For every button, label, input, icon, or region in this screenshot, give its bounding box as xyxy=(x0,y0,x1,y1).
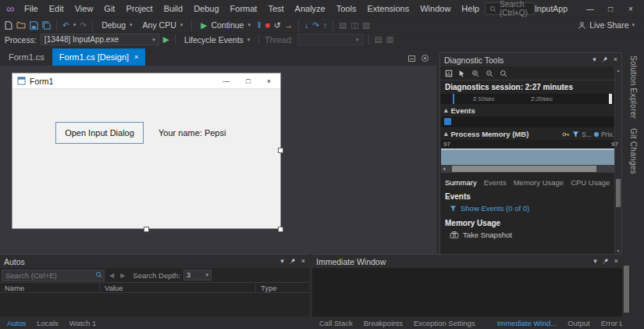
menu-build[interactable]: Build xyxy=(158,2,188,16)
toolbar-extra-icon[interactable]: ◫ xyxy=(350,21,358,30)
search-icon[interactable] xyxy=(95,271,102,280)
undo-caret-icon[interactable]: ▾ xyxy=(73,22,76,28)
close-icon[interactable]: × xyxy=(614,258,618,265)
solution-explorer-vertical-tab[interactable]: Solution Explorer xyxy=(629,55,638,119)
show-events-link[interactable]: Show Events (0 of 0) xyxy=(461,204,529,213)
git-changes-vertical-tab[interactable]: Git Changes xyxy=(629,128,638,174)
autos-header[interactable]: Autos ▾ × xyxy=(0,255,309,268)
attach-process-icon[interactable]: ▶ xyxy=(163,35,169,44)
zoom-out-icon[interactable] xyxy=(486,70,493,77)
take-snapshot-link[interactable]: Take Snapshot xyxy=(463,231,512,239)
scrollbar-track[interactable] xyxy=(447,166,615,172)
menu-debug[interactable]: Debug xyxy=(188,2,224,16)
step-into-icon[interactable]: ↓ xyxy=(304,21,308,30)
search-input[interactable] xyxy=(2,270,105,281)
tab-form1-cs-design[interactable]: Form1.cs [Design] × xyxy=(52,48,146,66)
step-out-icon[interactable]: ↑ xyxy=(323,21,327,30)
diagnostics-vertical-scrollbar[interactable]: ▴ ▾ xyxy=(614,66,621,254)
window-menu-icon[interactable]: ▾ xyxy=(592,56,596,63)
forms-designer-surface[interactable]: Form1 — □ × Open Input Dialog Your name:… xyxy=(0,66,436,254)
reset-view-icon[interactable] xyxy=(500,70,507,77)
open-folder-icon[interactable] xyxy=(16,21,26,29)
immediate-window-body[interactable] xyxy=(312,268,622,316)
menu-edit[interactable]: Edit xyxy=(44,2,69,16)
tab-exception-settings[interactable]: Exception Settings xyxy=(408,318,481,328)
search-prev-icon[interactable]: ◀ xyxy=(108,272,116,279)
scrollbar-thumb[interactable] xyxy=(452,166,596,172)
thread-dropdown[interactable]: ▾ xyxy=(297,34,363,45)
designed-form-window[interactable]: Form1 — □ × Open Input Dialog Your name:… xyxy=(12,73,281,229)
pin-icon[interactable] xyxy=(603,258,609,266)
window-maximize-button[interactable]: □ xyxy=(600,5,621,13)
live-share-button[interactable]: Live Share ▾ xyxy=(578,20,639,30)
tab-cpu-usage[interactable]: CPU Usage xyxy=(571,178,610,187)
column-name[interactable]: Name xyxy=(0,283,100,292)
event-marker[interactable] xyxy=(444,118,451,125)
resize-handle-bottom[interactable] xyxy=(144,227,149,232)
menu-view[interactable]: View xyxy=(69,2,99,16)
menu-test[interactable]: Test xyxy=(262,2,289,16)
window-menu-icon[interactable]: ▾ xyxy=(280,258,284,265)
solution-configuration-dropdown[interactable]: Debug ▾ xyxy=(98,20,135,30)
close-icon[interactable]: × xyxy=(301,258,305,265)
window-minimize-button[interactable]: — xyxy=(580,5,600,13)
autos-grid-body[interactable] xyxy=(0,293,309,316)
tab-close-icon[interactable]: × xyxy=(134,53,138,61)
open-input-dialog-button[interactable]: Open Input Dialog xyxy=(55,122,144,144)
menu-tools[interactable]: Tools xyxy=(331,2,362,16)
menu-git[interactable]: Git xyxy=(98,2,120,16)
tab-output[interactable]: Output xyxy=(562,318,596,328)
pin-icon[interactable] xyxy=(602,56,608,64)
form-client-area[interactable]: Open Input Dialog Your name: Pepsi xyxy=(12,89,280,227)
scroll-left-icon[interactable]: ◂ xyxy=(443,166,446,172)
chart-horizontal-scrollbar[interactable]: ◂ ▸ xyxy=(441,165,621,173)
tab-call-stack[interactable]: Call Stack xyxy=(314,318,358,328)
immediate-window-header[interactable]: Immediate Window ▾ × xyxy=(312,255,622,268)
process-memory-chart[interactable]: 97 97 xyxy=(441,140,621,165)
menu-analyze[interactable]: Analyze xyxy=(290,2,331,16)
tab-command-window[interactable] xyxy=(481,322,492,324)
save-icon[interactable] xyxy=(30,21,38,30)
events-track[interactable] xyxy=(441,116,621,127)
window-list-icon[interactable] xyxy=(408,55,415,62)
menu-help[interactable]: Help xyxy=(456,2,485,16)
scroll-up-icon[interactable]: ▴ xyxy=(617,67,619,73)
process-dropdown[interactable]: [13448] InputApp.exe ▾ xyxy=(41,34,159,45)
tab-events[interactable]: Events xyxy=(484,178,507,187)
menu-extensions[interactable]: Extensions xyxy=(361,2,415,16)
stop-debugging-icon[interactable]: ■ xyxy=(265,21,269,30)
menu-window[interactable]: Window xyxy=(415,2,456,16)
tab-autos[interactable]: Autos xyxy=(2,318,31,328)
menu-format[interactable]: Format xyxy=(225,2,263,16)
save-all-icon[interactable] xyxy=(42,21,51,30)
scroll-down-icon[interactable]: ▾ xyxy=(617,248,619,253)
memory-section-header[interactable]: ▴ Process Memory (MB) S... Priv... xyxy=(440,127,621,139)
events-section-header[interactable]: ▴ Events xyxy=(440,104,621,116)
tab-breakpoints[interactable]: Breakpoints xyxy=(358,318,408,328)
undo-icon[interactable]: ↶ xyxy=(62,21,69,30)
timeline-ruler[interactable]: 2:10sec 2:20sec xyxy=(440,94,621,104)
resize-handle-right[interactable] xyxy=(278,148,283,153)
solution-platform-dropdown[interactable]: Any CPU ▾ xyxy=(140,20,187,30)
scrollbar-thumb[interactable] xyxy=(616,179,621,207)
column-type[interactable]: Type xyxy=(256,283,309,292)
tab-summary[interactable]: Summary xyxy=(445,178,477,187)
menu-project[interactable]: Project xyxy=(120,2,158,16)
column-value[interactable]: Value xyxy=(100,283,256,292)
menu-file[interactable]: File xyxy=(19,2,44,16)
tab-watch-1[interactable]: Watch 1 xyxy=(64,318,102,328)
tab-memory-usage[interactable]: Memory Usage xyxy=(514,178,564,187)
search-next-icon[interactable]: ▶ xyxy=(119,272,126,279)
select-range-icon[interactable] xyxy=(459,70,465,77)
pin-icon[interactable] xyxy=(290,258,296,266)
toolbar-extra-icon[interactable]: ▤ xyxy=(339,21,347,30)
tab-form1-cs[interactable]: Form1.cs xyxy=(2,48,52,66)
restart-icon[interactable]: ↺ xyxy=(274,21,281,30)
break-all-icon[interactable]: ‖ xyxy=(258,21,261,30)
zoom-in-icon[interactable] xyxy=(471,70,479,77)
show-next-statement-icon[interactable]: → xyxy=(284,21,293,30)
close-icon[interactable]: × xyxy=(614,56,617,63)
tab-immediate-window[interactable]: Immediate Wind... xyxy=(492,318,563,328)
lifecycle-events-dropdown[interactable]: Lifecycle Events ▾ xyxy=(181,35,253,45)
quick-search-box[interactable]: Search (Ctrl+Q) xyxy=(485,2,535,15)
